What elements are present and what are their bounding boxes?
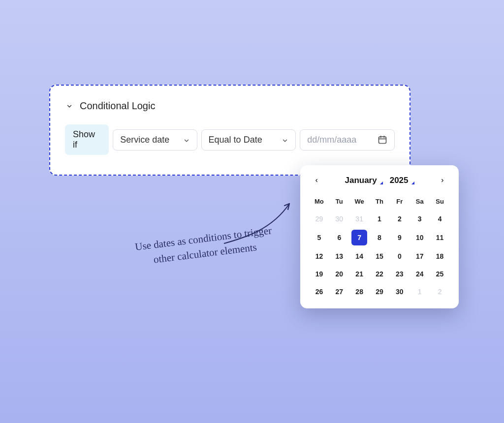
calendar-day[interactable]: 0 xyxy=(389,248,410,264)
calendar-day[interactable]: 13 xyxy=(329,248,349,264)
calendar-prev-button[interactable] xyxy=(311,175,322,186)
calendar-day[interactable]: 20 xyxy=(329,266,349,282)
calendar-day[interactable]: 11 xyxy=(430,229,450,246)
operator-select-value: Equal to Date xyxy=(209,135,262,145)
calendar-dow: Tu xyxy=(329,195,349,209)
annotation-text: Use dates as conditions to trigger other… xyxy=(126,222,282,270)
calendar-dow: Su xyxy=(430,195,450,209)
conditional-logic-panel: Conditional Logic Show if Service date E… xyxy=(49,85,410,176)
svg-rect-0 xyxy=(379,137,386,143)
calendar-day[interactable]: 14 xyxy=(349,248,370,264)
calendar-day[interactable]: 18 xyxy=(430,248,450,264)
date-placeholder: dd/mm/aaaa xyxy=(307,135,356,145)
calendar-day[interactable]: 3 xyxy=(410,211,430,227)
field-select[interactable]: Service date xyxy=(113,129,197,151)
calendar-header: January 2025 xyxy=(309,175,450,188)
condition-row: Show if Service date Equal to Date dd/mm… xyxy=(65,124,395,155)
calendar-day[interactable]: 8 xyxy=(370,229,390,246)
calendar-next-button[interactable] xyxy=(437,175,448,186)
calendar-day[interactable]: 24 xyxy=(410,266,430,282)
date-input[interactable]: dd/mm/aaaa xyxy=(300,129,395,151)
calendar-month-select[interactable]: January xyxy=(345,176,382,185)
calendar-day[interactable]: 19 xyxy=(309,266,329,282)
calendar-day[interactable]: 4 xyxy=(430,211,450,227)
calendar-day[interactable]: 10 xyxy=(410,229,430,246)
calendar-dow: Th xyxy=(370,195,390,209)
show-if-chip: Show if xyxy=(65,124,109,155)
calendar-day[interactable]: 12 xyxy=(309,248,329,264)
calendar-day[interactable]: 9 xyxy=(389,229,410,246)
calendar-day[interactable]: 28 xyxy=(349,284,370,300)
section-title: Conditional Logic xyxy=(80,100,155,112)
calendar-day[interactable]: 23 xyxy=(389,266,410,282)
calendar-icon xyxy=(378,135,387,145)
chevron-down-icon xyxy=(65,102,74,111)
calendar-day[interactable]: 1 xyxy=(370,211,390,227)
calendar-year-select[interactable]: 2025 xyxy=(390,176,414,185)
calendar-grid: MoTuWeThFrSaSu29303112345678910111213141… xyxy=(309,195,450,300)
section-header[interactable]: Conditional Logic xyxy=(65,100,395,112)
calendar-day[interactable]: 5 xyxy=(309,229,329,246)
calendar-dow: Mo xyxy=(309,195,329,209)
calendar-day[interactable]: 6 xyxy=(329,229,349,246)
calendar-day[interactable]: 2 xyxy=(430,284,450,300)
calendar-day[interactable]: 22 xyxy=(370,266,390,282)
calendar-dow: Fr xyxy=(389,195,410,209)
calendar-day[interactable]: 27 xyxy=(329,284,349,300)
chevron-down-icon xyxy=(282,136,288,143)
field-select-value: Service date xyxy=(120,135,169,145)
calendar-day[interactable]: 30 xyxy=(389,284,410,300)
calendar-day[interactable]: 26 xyxy=(309,284,329,300)
calendar-day[interactable]: 1 xyxy=(410,284,430,300)
calendar-dow: Sa xyxy=(410,195,430,209)
calendar-title: January 2025 xyxy=(345,176,414,185)
calendar-day[interactable]: 2 xyxy=(389,211,410,227)
operator-select[interactable]: Equal to Date xyxy=(201,129,296,151)
calendar-day[interactable]: 29 xyxy=(309,211,329,227)
calendar-day[interactable]: 15 xyxy=(370,248,390,264)
chevron-down-icon xyxy=(183,136,190,143)
calendar-day[interactable]: 29 xyxy=(370,284,390,300)
calendar-day[interactable]: 7 xyxy=(351,230,367,245)
calendar-day[interactable]: 21 xyxy=(349,266,370,282)
calendar-day[interactable]: 25 xyxy=(430,266,450,282)
calendar-day[interactable]: 31 xyxy=(349,211,370,227)
calendar-day[interactable]: 30 xyxy=(329,211,349,227)
calendar-day[interactable]: 17 xyxy=(410,248,430,264)
calendar-dow: We xyxy=(349,195,370,209)
calendar-popup: January 2025 MoTuWeThFrSaSu2930311234567… xyxy=(300,165,459,308)
